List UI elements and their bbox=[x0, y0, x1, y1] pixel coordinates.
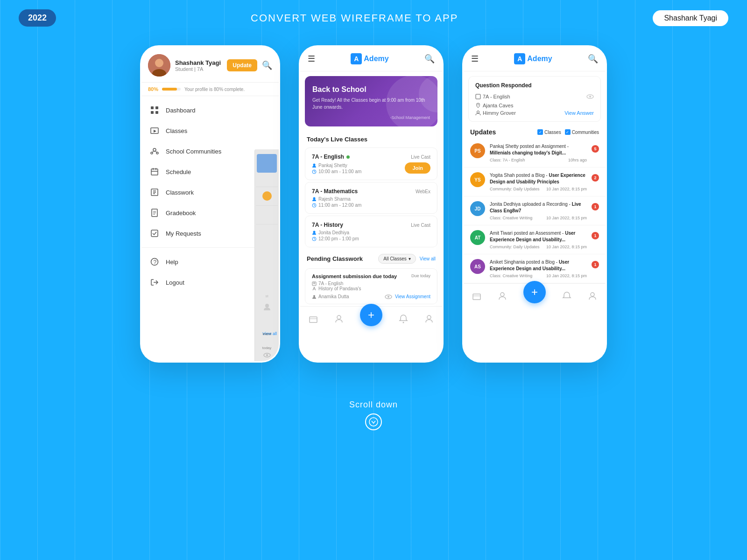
svg-marker-9 bbox=[154, 130, 156, 133]
question-title: Question Responded bbox=[475, 82, 594, 89]
search-icon-3[interactable]: 🔍 bbox=[588, 54, 598, 64]
webex-label: WebEx bbox=[416, 189, 430, 194]
assignment-name: Assignment submission due today bbox=[312, 273, 397, 279]
bottom-nav-3: + bbox=[464, 283, 606, 308]
fab-button-3[interactable]: + bbox=[523, 281, 546, 303]
scroll-down-icon[interactable] bbox=[365, 413, 382, 430]
svg-rect-5 bbox=[155, 106, 158, 109]
partial-orange bbox=[262, 191, 272, 201]
nav-home-3[interactable] bbox=[472, 291, 481, 301]
update-meta-ps: Class: 7A - English 10hrs ago bbox=[490, 158, 587, 162]
svg-rect-15 bbox=[151, 169, 158, 175]
live-class-history: 7A - History Live Cast Jonita Dedhiya 12… bbox=[305, 216, 437, 247]
classes-filter[interactable]: All Classes ▾ bbox=[378, 254, 416, 264]
nav-home[interactable] bbox=[309, 314, 318, 323]
badge-ps: 5 bbox=[592, 145, 599, 153]
nav-profile[interactable] bbox=[424, 314, 434, 323]
year-badge: 2022 bbox=[19, 9, 56, 27]
update-item-ys: YS Yogita Shah posted a Blog - User Expe… bbox=[464, 168, 606, 196]
join-button[interactable]: Join bbox=[405, 162, 430, 174]
svg-line-45 bbox=[314, 239, 315, 239]
svg-point-38 bbox=[313, 197, 316, 199]
class-name-math: 7A - Mathematics bbox=[312, 188, 358, 195]
help-icon: ? bbox=[150, 257, 159, 266]
sidebar-user-role: Student | 7A bbox=[175, 66, 222, 72]
teacher-history: Jonita Dedhiya bbox=[312, 230, 430, 235]
ademy-logo-icon: A bbox=[351, 53, 362, 64]
ademy-logo-icon-3: A bbox=[514, 53, 525, 64]
svg-point-65 bbox=[500, 293, 504, 296]
question-subject: 7A - English bbox=[475, 94, 510, 99]
badge-at: 1 bbox=[592, 232, 599, 239]
scroll-down-section: Scroll down bbox=[0, 391, 747, 444]
update-item-jd: JD Jonita Dedhiya uploaded a Recording -… bbox=[464, 196, 606, 225]
update-meta-jd: Class: Creative Writing 10 Jan 2022, 8:1… bbox=[490, 216, 587, 220]
requests-icon bbox=[150, 229, 159, 238]
svg-rect-7 bbox=[155, 111, 158, 114]
update-button[interactable]: Update bbox=[227, 59, 257, 71]
fab-button[interactable]: + bbox=[360, 304, 382, 326]
gradebook-label: Gradebook bbox=[166, 210, 196, 217]
assignment-topic: History of Pandava's bbox=[312, 286, 430, 291]
right-panel-partial: View all today ment st bbox=[254, 149, 279, 296]
live-dot bbox=[346, 155, 350, 159]
update-source-ys: Community: Daily Updates bbox=[490, 187, 540, 191]
update-item-ps: PS Pankaj Shetty posted an Assignment - … bbox=[464, 139, 606, 168]
view-assignment-link[interactable]: View Assignment bbox=[395, 294, 430, 299]
menu-item-dashboard[interactable]: Dashboard bbox=[141, 100, 279, 120]
sidebar-user-name: Shashank Tyagi bbox=[175, 59, 222, 66]
view-answer-link[interactable]: View Answer bbox=[564, 110, 594, 116]
hamburger-icon[interactable]: ☰ bbox=[308, 54, 315, 64]
nav-profile-3[interactable] bbox=[588, 291, 597, 301]
schedule-icon bbox=[150, 167, 159, 176]
menu-item-classes[interactable]: Classes bbox=[141, 120, 279, 141]
nav-users[interactable] bbox=[334, 314, 344, 323]
update-source-jd: Class: Creative Writing bbox=[490, 216, 532, 220]
search-icon[interactable]: 🔍 bbox=[424, 54, 435, 64]
update-meta-as: Class: Creative Writing 10 Jan 2022, 8:1… bbox=[490, 273, 587, 278]
time-history: 12:00 pm - 1:00 pm bbox=[312, 236, 430, 241]
scroll-down-text: Scroll down bbox=[349, 400, 398, 410]
nav-bell[interactable] bbox=[399, 314, 408, 323]
ademy-name: Ademy bbox=[364, 55, 388, 63]
time-english: 10:00 am - 11:00 am bbox=[312, 169, 361, 174]
checkbox-communities: ✓ bbox=[565, 129, 571, 135]
class-name-history: 7A - History bbox=[312, 222, 343, 228]
svg-point-34 bbox=[313, 163, 316, 166]
filter-classes[interactable]: ✓ Classes bbox=[537, 129, 561, 135]
badge-ys: 2 bbox=[592, 174, 599, 182]
nav-users-3[interactable] bbox=[498, 291, 507, 301]
phone-updates: ☰ A Ademy 🔍 Question Responded 7A - Engl… bbox=[462, 45, 607, 363]
update-text-at: Amit Tiwari posted an Assessment - User … bbox=[490, 230, 587, 243]
svg-point-52 bbox=[388, 296, 389, 298]
live-class-english: 7A - English Live Cast Pankaj Shetty 10:… bbox=[305, 147, 437, 180]
ademy-logo: A Ademy bbox=[351, 53, 388, 64]
update-time-ys: 10 Jan 2022, 8:15 pm bbox=[546, 187, 587, 191]
svg-line-41 bbox=[314, 205, 315, 206]
updates-title: Updates bbox=[470, 128, 496, 136]
svg-line-37 bbox=[314, 172, 315, 172]
progress-desc: Your profile is 80% complete. bbox=[184, 87, 245, 92]
partial-bar bbox=[257, 154, 277, 173]
svg-rect-53 bbox=[310, 317, 317, 322]
svg-rect-27 bbox=[151, 230, 158, 237]
view-all-link[interactable]: View all bbox=[420, 256, 436, 261]
avatar-at: AT bbox=[470, 230, 485, 245]
search-icon[interactable]: 🔍 bbox=[262, 60, 272, 70]
sidebar-header: Shashank Tyagi Student | 7A Update 🔍 bbox=[141, 47, 279, 83]
eye-icon bbox=[586, 92, 594, 101]
question-place: Ajanta Caves bbox=[475, 103, 594, 108]
nav-bell-3[interactable] bbox=[562, 291, 571, 301]
live-cast-label-history: Live Cast bbox=[411, 223, 430, 228]
phone-sidebar: Shashank Tyagi Student | 7A Update 🔍 80%… bbox=[140, 45, 280, 363]
filter-communities[interactable]: ✓ Communities bbox=[565, 129, 599, 135]
updates-filters: ✓ Classes ✓ Communities bbox=[537, 129, 599, 135]
update-time-at: 10 Jan 2022, 8:15 pm bbox=[546, 245, 587, 249]
question-person: Himmy Grover bbox=[475, 110, 516, 116]
avatar-ps: PS bbox=[470, 143, 485, 158]
progress-bar bbox=[162, 88, 181, 91]
dashboard-icon bbox=[150, 105, 159, 115]
hamburger-icon-3[interactable]: ☰ bbox=[471, 54, 479, 64]
svg-point-12 bbox=[156, 152, 158, 154]
svg-point-67 bbox=[369, 418, 378, 426]
